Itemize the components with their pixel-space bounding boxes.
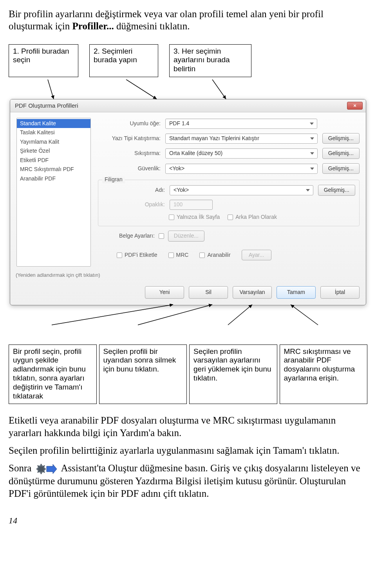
label-opaklik: Opaklık:	[102, 201, 165, 208]
label-guvenlik: Güvenlik:	[98, 165, 161, 172]
chevron-down-icon	[310, 137, 314, 140]
label-adi: Adı:	[102, 187, 165, 194]
advanced-button[interactable]: Gelişmiş...	[322, 133, 360, 144]
top-arrows	[9, 79, 365, 101]
advanced-button[interactable]: Gelişmiş...	[322, 163, 360, 174]
list-item[interactable]: Aranabilir PDF	[17, 174, 90, 184]
list-item[interactable]: Taslak Kalitesi	[17, 128, 90, 137]
svg-line-6	[291, 305, 318, 325]
svg-line-4	[138, 305, 212, 325]
list-item[interactable]: Standart Kalite	[17, 119, 90, 128]
checkbox-first-page[interactable]: Yalnızca İlk Sayfa	[169, 214, 220, 221]
combo-value: Standart mayan Yazı Tiplerini Katıştır	[169, 135, 259, 142]
lower-callout-4: MRC sıkıştırması ve aranabilir PDF dosya…	[280, 345, 368, 404]
advanced-button[interactable]: Gelişmiş...	[318, 185, 355, 196]
svg-line-3	[52, 305, 173, 325]
list-item[interactable]: Etiketli PDF	[17, 156, 90, 165]
combo-value: <Yok>	[174, 187, 189, 194]
checkbox-icon	[168, 253, 174, 258]
lower-callout-3: Seçilen profilin varsayılan ayarlarını g…	[189, 345, 277, 404]
input-opaklik: 100	[170, 200, 213, 210]
label-belge: Belge Ayarları:	[119, 233, 155, 240]
svg-line-0	[48, 79, 54, 99]
list-item[interactable]: Yayımlama Kalit	[17, 137, 90, 147]
body-p3b: Assistant'ta Oluştur düğmesine basın. Gi…	[9, 463, 360, 499]
lower-callout-1: Bir profil seçin, profili uygun şekilde …	[9, 345, 97, 404]
intro-bold: Profiller...	[72, 21, 114, 31]
svg-line-16	[43, 465, 45, 467]
group-filigran: Filigran	[102, 176, 125, 183]
list-item[interactable]: Şirkete Özel	[17, 146, 90, 156]
intro-text-end: düğmesini tıklatın.	[114, 21, 190, 31]
settings-button: Ayar...	[242, 250, 271, 261]
profile-list[interactable]: Standart Kalite Taslak Kalitesi Yayımlam…	[16, 118, 91, 267]
chevron-down-icon	[310, 152, 314, 155]
svg-line-14	[43, 471, 45, 473]
label-yazitipi: Yazı Tipi Katıştırma:	[98, 135, 161, 142]
combo-value: <Yok>	[169, 165, 184, 172]
checkbox-label: Arka Plan Olarak	[235, 214, 277, 221]
body-p3a: Sonra	[9, 463, 31, 473]
dialog-title: PDF Oluşturma Profilleri	[15, 102, 78, 110]
checkbox-label: PDF'i Etiketle	[125, 252, 157, 259]
close-button[interactable]: ×	[347, 102, 363, 110]
callout-1: 1. Profili buradan seçin	[9, 44, 78, 77]
checkbox-pdf-tag[interactable]: PDF'i Etiketle	[117, 252, 157, 259]
svg-line-1	[126, 79, 157, 99]
callout-3: 3. Her seçimin ayarlarını burada belirti…	[169, 44, 251, 77]
combo-adi[interactable]: <Yok>	[170, 185, 313, 195]
chevron-down-icon	[310, 168, 314, 170]
lower-callout-2: Seçilen profili bir uyarıdan sonra silme…	[99, 345, 187, 404]
combo-sikistirma[interactable]: Orta Kalite (düzey 50)	[165, 148, 318, 159]
bottom-arrows	[9, 304, 365, 326]
cancel-button[interactable]: İptal	[320, 286, 360, 299]
checkbox-background[interactable]: Arka Plan Olarak	[228, 214, 277, 221]
checkbox-icon	[199, 253, 205, 258]
body-p1: Etiketli veya aranabilir PDF dosyaları o…	[9, 414, 367, 439]
default-button[interactable]: Varsayılan	[233, 286, 272, 299]
combo-uyumlu[interactable]: PDF 1.4	[165, 119, 317, 129]
svg-line-15	[38, 471, 39, 473]
checkbox-label: Aranabilir	[207, 252, 230, 259]
svg-point-8	[38, 466, 44, 472]
gear-arrow-icon	[36, 463, 58, 475]
delete-button[interactable]: Sil	[189, 286, 228, 299]
chevron-down-icon	[306, 189, 310, 191]
callout-2: 2. Seçimleri burada yapın	[89, 44, 158, 77]
new-button[interactable]: Yeni	[145, 286, 184, 299]
page-number: 14	[9, 515, 367, 526]
close-icon: ×	[353, 103, 356, 109]
label-uyumlu: Uyumlu öğe:	[98, 120, 161, 127]
chevron-down-icon	[310, 123, 314, 125]
checkbox-icon	[228, 215, 233, 220]
svg-line-2	[212, 79, 226, 99]
checkbox-icon	[169, 215, 174, 220]
edit-button: Düzenle...	[168, 231, 204, 242]
combo-value: Orta Kalite (düzey 50)	[169, 150, 222, 157]
checkbox-label: Yalnızca İlk Sayfa	[177, 214, 220, 221]
checkbox-mrc[interactable]: MRC	[168, 252, 189, 259]
rename-hint: (Yeniden adlandırmak için çift tıklatın)	[10, 271, 366, 283]
checkbox-searchable[interactable]: Aranabilir	[199, 252, 230, 259]
combo-yazitipi[interactable]: Standart mayan Yazı Tiplerini Katıştır	[165, 133, 318, 144]
advanced-button[interactable]: Gelişmiş...	[322, 148, 360, 159]
checkbox-label: MRC	[176, 252, 189, 259]
combo-value: 100	[174, 201, 183, 208]
body-p2: Seçilen profilin belirttiğiniz ayarlarla…	[9, 444, 367, 456]
checkbox-icon[interactable]	[159, 233, 164, 239]
list-item[interactable]: MRC Sıkıştırmalı PDF	[17, 165, 90, 174]
combo-guvenlik[interactable]: <Yok>	[165, 164, 318, 174]
body-p3: Sonra Assistant'ta Oluştur düğmesine bas…	[9, 462, 367, 500]
dialog-window: PDF Oluşturma Profilleri × Standart Kali…	[10, 99, 366, 305]
ok-button[interactable]: Tamam	[277, 286, 316, 299]
label-sikistirma: Sıkıştırma:	[98, 150, 161, 157]
combo-value: PDF 1.4	[169, 120, 189, 127]
svg-line-5	[228, 305, 252, 325]
svg-line-13	[38, 465, 39, 467]
checkbox-icon	[117, 253, 122, 258]
